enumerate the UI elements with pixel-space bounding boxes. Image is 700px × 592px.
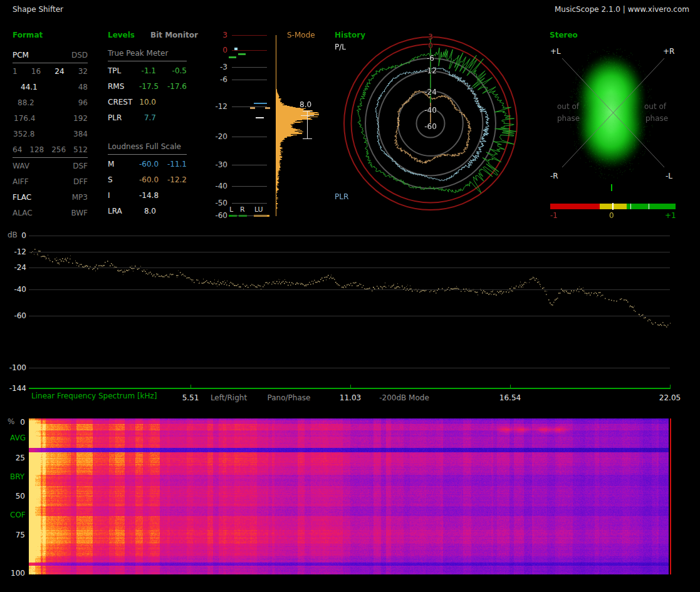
spectrum-gridline	[29, 252, 670, 252]
s-mode-toggle[interactable]: S-Mode	[287, 31, 315, 39]
histogram-axis	[276, 35, 276, 216]
channel-label-l: L	[229, 205, 233, 214]
level-label: M	[108, 160, 139, 169]
format-row: 1162432	[13, 63, 88, 79]
loudness-title: Loudness Full Scale	[108, 143, 181, 151]
level-value: -12.2	[156, 175, 187, 184]
freq-tick-label: 16.54	[491, 393, 529, 402]
channel-label-lu: LU	[254, 205, 263, 214]
spectrum-axis-tick	[670, 385, 671, 388]
spectrum-axis-line	[29, 388, 671, 389]
short-term-marker-l	[250, 107, 255, 109]
mode-button-left-right[interactable]: Left/Right	[197, 393, 260, 402]
format-row: FLACMP3	[13, 189, 88, 205]
format-row: 352.8384	[13, 126, 88, 142]
out-of-phase-right-1: out of	[644, 103, 666, 111]
history-scale-label: 3	[418, 33, 443, 41]
meter-scale-line	[232, 67, 267, 68]
meter-scale-label: -20	[205, 132, 227, 141]
format-cell-256: 256	[51, 145, 66, 154]
mode-button--200db-mode[interactable]: -200dB Mode	[373, 393, 436, 402]
bry-button[interactable]: BRY	[10, 473, 24, 481]
history-scale-label: -6	[418, 54, 443, 63]
freq-tick-label: 22.05	[651, 393, 689, 402]
format-cell-128: 128	[29, 145, 44, 154]
out-of-phase-right-2: phase	[645, 115, 668, 123]
level-label: LRA	[108, 207, 139, 216]
correlation-tick-2	[649, 204, 649, 209]
history-scale-label: -12	[418, 66, 443, 75]
spectrum-axis-tick	[191, 385, 191, 388]
meter-scale-line	[232, 203, 267, 204]
format-panel: PCMDSD116243244.14888.296176.4192352.838…	[13, 47, 88, 221]
out-of-phase-left-2: phase	[557, 115, 580, 123]
integrated-marker	[256, 117, 264, 118]
format-cell-wav: WAV	[13, 162, 29, 170]
meter-scale-label: -50	[205, 199, 227, 207]
format-cell-44-1: 44.1	[21, 83, 38, 91]
track-title: Shape Shifter	[13, 6, 63, 14]
format-cell-dsf: DSF	[73, 162, 88, 170]
spectrum-axis-tick	[350, 385, 351, 388]
correlation-bar-red	[550, 204, 600, 209]
level-value: -14.8	[139, 191, 156, 200]
format-row: 44.148	[13, 79, 88, 95]
avg-button[interactable]: AVG	[10, 434, 26, 442]
level-row-rms: RMS-17.5-17.6	[108, 78, 187, 94]
out-of-phase-left-1: out of	[557, 103, 579, 111]
spectrum-gridline	[29, 368, 670, 368]
format-cell-96: 96	[78, 98, 88, 107]
history-plr-toggle[interactable]: PLR	[335, 193, 348, 201]
spectrogram-scale-label: 25	[0, 454, 25, 462]
app-brand: MusicScope 2.1.0 | www.xivero.com	[555, 6, 689, 14]
spectrogram-scale-label: 0	[0, 418, 25, 427]
history-scale-label: -40	[418, 106, 443, 115]
mode-button-pano-phase[interactable]: Pano/Phase	[258, 393, 320, 402]
spectrum-gridline	[29, 236, 670, 236]
meter-scale-label: 0	[205, 46, 227, 55]
level-value: -17.5	[139, 82, 156, 91]
level-row-lra: LRA8.0	[108, 203, 187, 219]
spectrum-axis-tick	[510, 385, 511, 388]
spectrum-gridline	[29, 316, 670, 316]
lra-bracket-top-cap	[303, 111, 312, 112]
correlation-bar-green	[627, 204, 676, 209]
balance-tick	[611, 184, 612, 191]
level-value: -60.0	[139, 160, 156, 169]
level-row-i: I-14.8	[108, 187, 187, 203]
bit-monitor-tab[interactable]: Bit Monitor	[150, 31, 198, 39]
level-row-crest: CREST10.0	[108, 94, 187, 110]
format-cell-64: 64	[13, 145, 22, 154]
level-label: I	[108, 191, 139, 200]
history-scale-label: -60	[418, 122, 443, 131]
format-cell-1: 1	[13, 67, 18, 76]
playback-cursor	[670, 418, 671, 574]
loudness-histogram-canvas	[276, 35, 320, 217]
format-cell-alac: ALAC	[13, 209, 33, 217]
meter-scale-label: -12	[205, 102, 227, 111]
level-value: -0.5	[156, 66, 187, 75]
meter-scale-label: -3	[205, 63, 227, 71]
cof-button[interactable]: COF	[10, 511, 26, 519]
meter-scale-line	[232, 137, 267, 137]
format-cell-16: 16	[31, 67, 41, 76]
meter-scale-line	[232, 216, 267, 216]
level-row-m: M-60.0-11.1	[108, 156, 187, 172]
format-cell-aiff: AIFF	[13, 177, 29, 186]
spectrum-scale-label: -24	[0, 263, 26, 272]
meter-scale-line	[232, 186, 267, 187]
format-row: ALACBWF	[13, 205, 88, 221]
level-value: -11.1	[156, 160, 187, 169]
format-cell-48: 48	[78, 83, 88, 91]
correlation-tick-1	[630, 204, 631, 209]
format-row: 176.4192	[13, 110, 88, 126]
level-value: -60.0	[139, 175, 156, 184]
format-cell-dff: DFF	[73, 177, 88, 186]
format-cell-24: 24	[55, 67, 64, 76]
spectrogram-scale-label: 50	[0, 492, 25, 501]
level-label: S	[108, 175, 139, 184]
history-pl-toggle[interactable]: P/L	[335, 43, 346, 51]
meter-scale-label: -60	[205, 211, 227, 220]
format-row: 88.296	[13, 95, 88, 110]
spectrum-gridline	[29, 267, 670, 268]
